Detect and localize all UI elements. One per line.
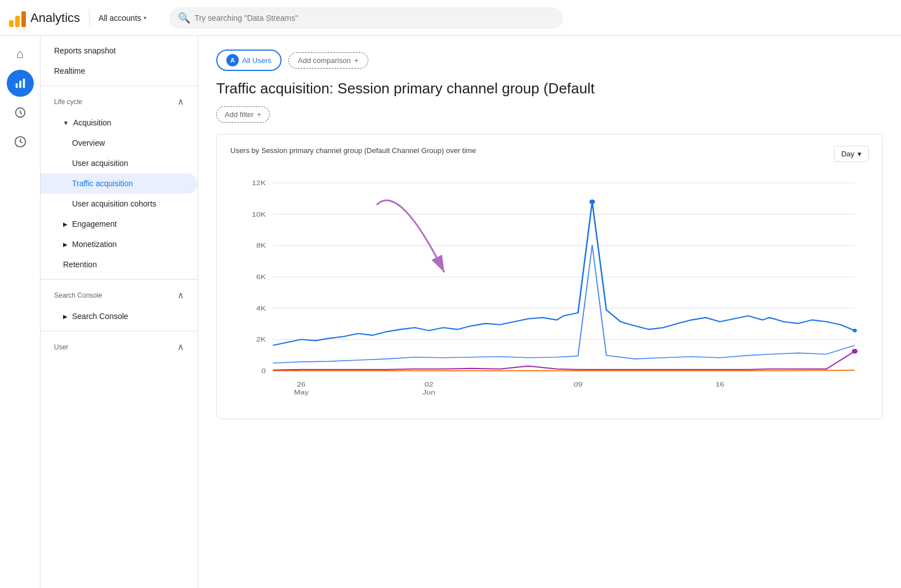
search-icon: 🔍 — [178, 12, 190, 24]
all-users-label: All Users — [242, 56, 271, 65]
search-console-collapse-icon: ∧ — [177, 290, 184, 300]
monetization-label: Monetization — [72, 240, 117, 249]
chart-header: Users by Session primary channel group (… — [230, 146, 869, 162]
divider-3 — [41, 331, 198, 331]
icon-nav: ⌂ — [0, 36, 41, 588]
lifecycle-collapse-icon: ∧ — [177, 96, 184, 107]
account-label: All accounts — [99, 14, 141, 23]
user-collapse-icon: ∧ — [177, 342, 184, 352]
chart-section: Users by Session primary channel group (… — [216, 134, 883, 419]
search-container: 🔍 — [169, 7, 563, 29]
nav-activity[interactable] — [7, 99, 34, 126]
svg-point-25 — [853, 329, 857, 332]
logo-bar-2 — [15, 16, 20, 27]
chart-area: 12K 10K 8K 6K 4K 2K 0 — [230, 171, 869, 407]
monetization-expand-icon: ▶ — [63, 241, 68, 248]
retention-label: Retention — [63, 260, 97, 269]
nav-reports[interactable] — [7, 70, 34, 97]
sidebar-item-monetization[interactable]: ▶ Monetization — [41, 234, 198, 254]
add-filter-button[interactable]: Add filter + — [216, 106, 270, 123]
app-body: ⌂ Reports snapshot Realtime Life cycle ∧… — [0, 36, 901, 588]
user-section-header[interactable]: User ∧ — [41, 336, 198, 358]
search-console-section-header[interactable]: Search Console ∧ — [41, 284, 198, 306]
day-select-dropdown[interactable]: Day ▾ — [834, 146, 869, 162]
all-users-segment[interactable]: A All Users — [216, 50, 282, 71]
svg-text:09: 09 — [574, 380, 582, 388]
sidebar-item-acquisition[interactable]: ▼ Acquisition — [41, 113, 198, 133]
chart-svg: 12K 10K 8K 6K 4K 2K 0 — [230, 171, 869, 407]
account-selector[interactable]: All accounts ▾ — [99, 14, 146, 23]
add-comparison-button[interactable]: Add comparison + — [288, 52, 368, 69]
sidebar-item-retention[interactable]: Retention — [41, 254, 198, 275]
user-acquisition-cohorts-label: User acquisition cohorts — [72, 199, 156, 208]
svg-point-26 — [590, 199, 595, 204]
sidebar-item-search-console[interactable]: ▶ Search Console — [41, 306, 198, 326]
day-dropdown-icon: ▾ — [858, 150, 862, 158]
sidebar: Reports snapshot Realtime Life cycle ∧ ▼… — [41, 36, 198, 588]
overview-label: Overview — [72, 138, 105, 147]
lifecycle-label: Life cycle — [54, 98, 82, 106]
svg-text:0: 0 — [261, 367, 266, 375]
search-console-section-label: Search Console — [54, 291, 102, 299]
svg-rect-0 — [15, 83, 17, 88]
svg-text:02: 02 — [425, 380, 433, 388]
realtime-label: Realtime — [54, 66, 85, 75]
sidebar-item-user-acquisition[interactable]: User acquisition — [41, 153, 198, 173]
nav-integrations[interactable] — [7, 128, 34, 155]
svg-text:12K: 12K — [252, 179, 266, 187]
acquisition-expand-icon: ▼ — [63, 120, 69, 126]
svg-text:10K: 10K — [252, 210, 266, 218]
lifecycle-section-header[interactable]: Life cycle ∧ — [41, 91, 198, 113]
user-acquisition-label: User acquisition — [72, 159, 128, 168]
chevron-down-icon: ▾ — [144, 15, 146, 21]
logo: Analytics — [9, 9, 80, 27]
day-label: Day — [841, 150, 854, 158]
svg-text:May: May — [294, 388, 309, 396]
search-console-expand-icon: ▶ — [63, 313, 68, 320]
header-divider — [89, 10, 90, 26]
divider-1 — [41, 86, 198, 86]
page-title: Traffic acquisition: Session primary cha… — [216, 80, 883, 97]
search-bar[interactable]: 🔍 — [169, 7, 563, 29]
svg-point-24 — [852, 349, 858, 353]
main-content: A All Users Add comparison + Traffic acq… — [198, 36, 901, 588]
sidebar-item-engagement[interactable]: ▶ Engagement — [41, 214, 198, 234]
add-comparison-icon: + — [354, 56, 359, 65]
user-section-label: User — [54, 343, 68, 351]
app-title: Analytics — [30, 11, 80, 25]
acquisition-label: Acquisition — [73, 118, 111, 127]
sidebar-item-user-acquisition-cohorts[interactable]: User acquisition cohorts — [41, 194, 198, 214]
reports-snapshot-label: Reports snapshot — [54, 46, 116, 55]
search-input[interactable] — [195, 14, 554, 23]
filter-row: Add filter + — [216, 106, 883, 123]
sidebar-item-overview[interactable]: Overview — [41, 133, 198, 153]
svg-rect-1 — [19, 80, 21, 88]
chart-title: Users by Session primary channel group (… — [230, 146, 476, 156]
add-filter-label: Add filter — [225, 110, 253, 119]
svg-text:16: 16 — [716, 380, 724, 388]
divider-2 — [41, 279, 198, 280]
svg-rect-2 — [23, 79, 25, 88]
sidebar-item-realtime[interactable]: Realtime — [41, 61, 198, 81]
logo-icon — [9, 9, 26, 27]
svg-text:4K: 4K — [256, 304, 266, 312]
header: Analytics All accounts ▾ 🔍 — [0, 0, 901, 36]
nav-home[interactable]: ⌂ — [7, 41, 34, 68]
logo-bar-1 — [9, 20, 14, 27]
add-filter-icon: + — [257, 110, 261, 119]
sidebar-item-traffic-acquisition[interactable]: Traffic acquisition — [41, 173, 198, 194]
svg-text:26: 26 — [297, 380, 305, 388]
svg-text:2K: 2K — [256, 336, 266, 344]
segment-avatar: A — [226, 54, 239, 66]
svg-text:8K: 8K — [256, 242, 266, 250]
add-comparison-label: Add comparison — [298, 56, 351, 65]
search-console-label: Search Console — [72, 312, 128, 321]
logo-bar-3 — [21, 11, 26, 27]
sidebar-item-reports-snapshot[interactable]: Reports snapshot — [41, 41, 198, 61]
svg-text:6K: 6K — [256, 273, 266, 281]
engagement-label: Engagement — [72, 219, 117, 228]
traffic-acquisition-label: Traffic acquisition — [72, 179, 133, 188]
segment-row: A All Users Add comparison + — [216, 50, 883, 71]
engagement-expand-icon: ▶ — [63, 221, 68, 227]
svg-text:Jun: Jun — [423, 388, 435, 396]
